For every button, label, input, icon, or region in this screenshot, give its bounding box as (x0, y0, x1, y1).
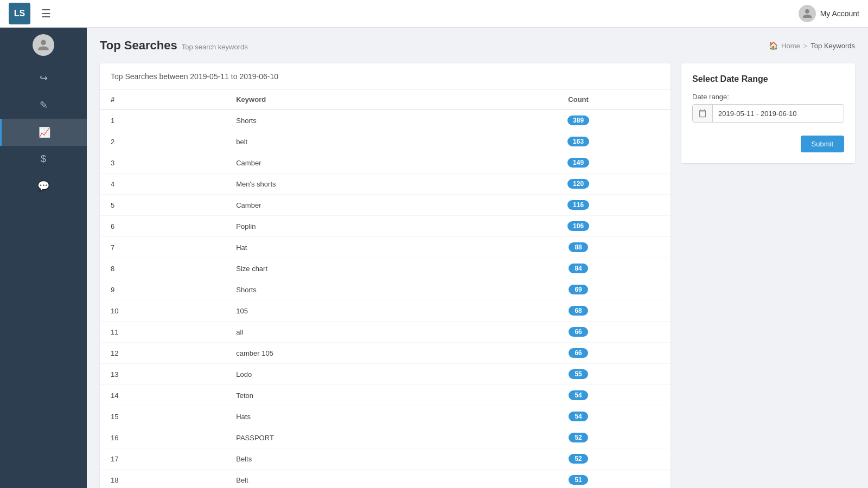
count-badge: 66 (569, 327, 588, 337)
cell-keyword: Hat (225, 237, 486, 258)
app-logo: LS (9, 3, 30, 24)
cell-count: 68 (486, 300, 671, 322)
breadcrumb: 🏠 Home > Top Keywords (769, 41, 855, 50)
sidebar: ↪ ✎ 📈 $ 💬 (0, 28, 87, 488)
table-card: Top Searches between 2019-05-11 to 2019-… (100, 63, 671, 488)
date-input-wrap (692, 104, 844, 123)
top-nav: LS ☰ My Account (0, 0, 868, 28)
cell-num: 2 (100, 131, 225, 152)
main-content: Top Searches Top search keywords 🏠 Home … (87, 28, 868, 488)
cell-keyword: Hats (225, 406, 486, 427)
breadcrumb-current: Top Keywords (810, 42, 855, 50)
cell-count: 66 (486, 322, 671, 343)
cell-count: 106 (486, 216, 671, 237)
cell-keyword: Size chart (225, 258, 486, 279)
count-badge: 88 (569, 242, 588, 252)
cell-count: 149 (486, 152, 671, 174)
account-label[interactable]: My Account (820, 9, 859, 18)
cell-num: 6 (100, 216, 225, 237)
sidebar-item-dollar[interactable]: $ (0, 146, 87, 172)
table-row: 14 Teton 54 (100, 385, 671, 406)
cell-count: 69 (486, 279, 671, 300)
date-range-input[interactable] (713, 105, 844, 122)
home-icon: 🏠 (769, 41, 778, 50)
count-badge: 52 (569, 454, 588, 464)
count-badge: 163 (567, 137, 589, 146)
cell-keyword: Shorts (225, 279, 486, 300)
cell-num: 11 (100, 322, 225, 343)
cell-num: 3 (100, 152, 225, 174)
count-badge: 54 (569, 390, 588, 400)
table-row: 17 Belts 52 (100, 448, 671, 470)
cell-keyword: Belts (225, 448, 486, 470)
page-header: Top Searches Top search keywords 🏠 Home … (100, 38, 855, 53)
layout: ↪ ✎ 📈 $ 💬 Top Searches Top search keywor… (0, 28, 868, 488)
table-row: 18 Belt 51 (100, 470, 671, 489)
sidebar-item-chat[interactable]: 💬 (0, 172, 87, 200)
cell-num: 12 (100, 343, 225, 364)
cell-count: 88 (486, 237, 671, 258)
table-row: 11 all 66 (100, 322, 671, 343)
sidebar-avatar (33, 34, 54, 56)
date-range-label: Date range: (692, 93, 844, 101)
table-row: 10 105 68 (100, 300, 671, 322)
table-row: 4 Men's shorts 120 (100, 174, 671, 195)
table-row: 12 camber 105 66 (100, 343, 671, 364)
col-header-count: Count (486, 90, 671, 110)
edit-icon: ✎ (40, 99, 48, 111)
count-badge: 68 (569, 306, 588, 316)
count-badge: 120 (567, 179, 589, 189)
page-subtitle: Top search keywords (182, 43, 248, 51)
cell-keyword: Teton (225, 385, 486, 406)
cell-count: 66 (486, 343, 671, 364)
date-range-form-group: Date range: (692, 93, 844, 123)
table-row: 16 PASSPORT 52 (100, 427, 671, 448)
table-row: 2 belt 163 (100, 131, 671, 152)
cell-keyword: PASSPORT (225, 427, 486, 448)
cell-num: 5 (100, 195, 225, 216)
count-badge: 52 (569, 433, 588, 442)
cell-keyword: Men's shorts (225, 174, 486, 195)
cell-num: 18 (100, 470, 225, 489)
cell-keyword: camber 105 (225, 343, 486, 364)
page-title: Top Searches (100, 38, 177, 53)
count-badge: 66 (569, 348, 588, 358)
cell-num: 17 (100, 448, 225, 470)
sidebar-item-share[interactable]: ↪ (0, 65, 87, 92)
cell-num: 7 (100, 237, 225, 258)
table-row: 1 Shorts 389 (100, 110, 671, 131)
table-row: 15 Hats 54 (100, 406, 671, 427)
cell-keyword: Poplin (225, 216, 486, 237)
count-badge: 69 (569, 285, 588, 294)
cell-count: 52 (486, 427, 671, 448)
submit-button[interactable]: Submit (801, 136, 844, 152)
breadcrumb-home[interactable]: Home (781, 42, 800, 50)
cell-num: 1 (100, 110, 225, 131)
table-row: 5 Camber 116 (100, 195, 671, 216)
cell-num: 10 (100, 300, 225, 322)
top-nav-right: My Account (799, 5, 859, 22)
count-badge: 106 (567, 221, 589, 231)
sidebar-item-chart[interactable]: 📈 (0, 119, 87, 146)
cell-count: 51 (486, 470, 671, 489)
cell-keyword: Shorts (225, 110, 486, 131)
data-table: # Keyword Count 1 Shorts 389 2 belt 163 … (100, 90, 671, 488)
cell-keyword: Camber (225, 152, 486, 174)
hamburger-menu[interactable]: ☰ (37, 5, 55, 22)
cell-num: 9 (100, 279, 225, 300)
cell-count: 54 (486, 406, 671, 427)
count-badge: 116 (567, 200, 589, 210)
table-row: 7 Hat 88 (100, 237, 671, 258)
sidebar-item-edit[interactable]: ✎ (0, 92, 87, 119)
cell-num: 14 (100, 385, 225, 406)
table-header-row: # Keyword Count (100, 90, 671, 110)
cell-count: 116 (486, 195, 671, 216)
table-row: 6 Poplin 106 (100, 216, 671, 237)
cell-keyword: 105 (225, 300, 486, 322)
cell-count: 163 (486, 131, 671, 152)
calendar-icon (693, 105, 713, 122)
cell-count: 84 (486, 258, 671, 279)
side-panel: Select Date Range Date range: Submit (681, 63, 855, 163)
share-icon: ↪ (40, 72, 48, 84)
col-header-keyword: Keyword (225, 90, 486, 110)
